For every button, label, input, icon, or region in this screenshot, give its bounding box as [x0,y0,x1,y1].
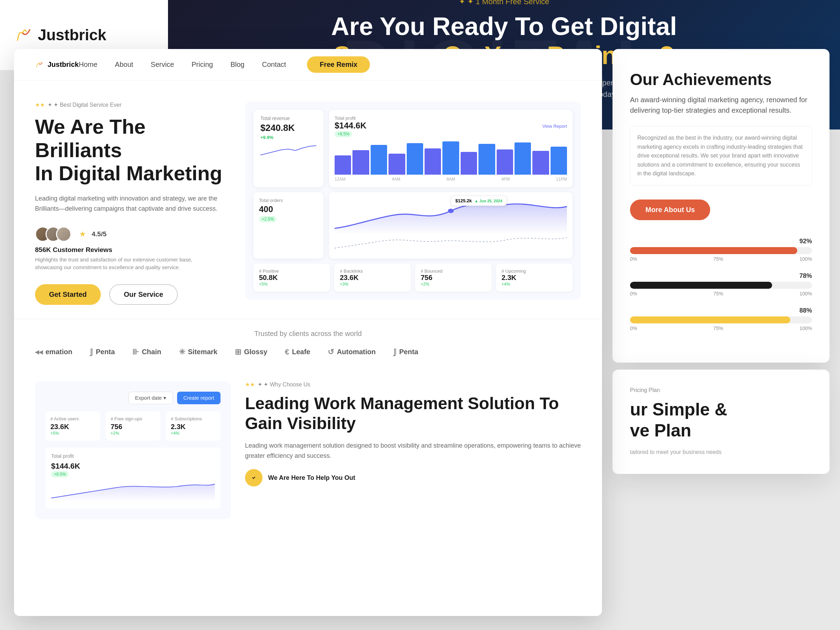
bar-13 [551,147,567,175]
progress-fill-2 [630,316,790,324]
trust-icon-5: € [285,347,289,357]
achievements-description: Recognized as the best in the industry, … [630,126,812,185]
scale-2-max: 100% [799,325,812,331]
hero-buttons: Get Started Our Service [35,284,231,305]
mini-chart-box: Total profit $144.6K +8.5% [46,448,221,508]
scale-1-min: 0% [630,291,637,297]
view-report-link[interactable]: View Report [542,123,567,129]
export-button[interactable]: Export date ▾ [128,392,173,404]
stat-value-2: 756 [421,274,486,282]
hero-service-badge: ✦ ✦ 1 Month Free Service [459,0,549,6]
stat-change-1: +3% [340,282,405,287]
bottom-stat-2: # Subscriptions 2.3K +4% [166,411,221,441]
nav-link-home[interactable]: Home [79,60,97,68]
hero-badge-text: ✦ ✦ Best Digital Service Ever [47,101,122,108]
nav-link-contact[interactable]: Contact [262,60,286,68]
logo-icon [14,26,35,44]
progress-item-0: 92% 0% 75% 100% [630,238,812,262]
bottom-section: Export date ▾ Create report # Active use… [14,367,602,533]
bar-chart-change: +8.5% [335,131,352,137]
tooltip-change: ▲ Jun 25, 2024 [475,199,502,203]
progress-fill-1 [630,282,772,289]
our-service-button[interactable]: Our Service [109,284,178,305]
trust-name-4: Glossy [244,348,267,356]
stat-value-3: 2.3K [502,274,567,282]
bar-chart-label: Total profit $144.6K +8.5% [335,115,366,137]
tooltip-value: $125.2k [455,198,472,203]
trust-icon-2: ⊪ [132,347,139,357]
trust-logo-4: ⊞ Glossy [235,347,267,357]
scale-2-mid: 75% [713,325,723,331]
trust-name-5: Leafe [292,348,310,356]
achievements-title: Our Achievements [630,70,812,89]
stat-label-2: # Bounced [421,268,486,274]
why-choose-section: ★★ ✦ ✦ Why Choose Us Leading Work Manage… [245,381,581,519]
progress-pct-2: 88% [630,307,812,314]
stat-label-3: # Upcoming [502,268,567,274]
bs-change-2: +4% [171,431,216,436]
bar-12 [532,151,549,175]
hero-left: ★★ ✦ ✦ Best Digital Service Ever We Are … [35,101,231,305]
navbar-brand: Justbrick [47,60,79,69]
why-badge-stars: ★★ [245,381,255,388]
bs-label-0: # Active users [51,416,95,422]
trust-title: Trusted by clients across the world [35,330,581,338]
time-label-3: 8AM [447,177,455,182]
nav-link-blog[interactable]: Blog [230,60,244,68]
trust-icon-0: ◂◂ [35,347,43,357]
bs-change-1: +2% [111,431,155,436]
hero-title-l1: We Are The Brilliants [35,115,145,161]
trust-name-1: Penta [96,348,115,356]
top-brand-name: Justbrick [38,26,106,44]
bar-10 [497,150,513,175]
trust-logo-1: 𝕁 Penta [90,347,115,357]
hero-badge: ★★ ✦ ✦ Best Digital Service Ever [35,101,231,108]
help-row: We Are Here To Help You Out [245,469,581,486]
scale-0-max: 100% [799,256,812,262]
area-chart-row: Total orders 400 +2.5% $125.2k ▲ Jun 25,… [253,192,573,259]
trust-name-2: Chain [142,348,161,356]
stat-card-2: # Bounced 756 +2% [415,264,492,292]
navbar-cta-button[interactable]: Free Remix [307,56,370,73]
bar-chart-box: Total profit $144.6K +8.5% View Report [329,110,573,187]
star-rating: ★ [79,230,86,239]
stat-value-1: 23.6K [340,274,405,282]
bar-7 [442,141,459,175]
time-label-4: 4PM [501,177,510,182]
create-report-button[interactable]: Create report [177,392,221,404]
pricing-badge: Pricing Plan [630,387,812,393]
progress-scale-2: 0% 75% 100% [630,325,812,331]
bottom-dashboard: Export date ▾ Create report # Active use… [35,381,231,519]
scale-1-mid: 75% [713,291,723,297]
bar-chart-title: Total profit [335,115,366,121]
scale-0-min: 0% [630,256,637,262]
stat-change-3: +4% [502,282,567,287]
get-started-button[interactable]: Get Started [35,284,101,305]
navbar-logo: Justbrick [35,60,79,69]
nav-link-pricing[interactable]: Pricing [191,60,213,68]
stat-card-3: # Upcoming 2.3K +4% [496,264,573,292]
dashboard-top-row: Total revenue $240.8K +9.9% Total profit… [253,110,573,187]
why-badge-text: ✦ ✦ Why Choose Us [257,381,310,388]
nav-link-about[interactable]: About [115,60,133,68]
trust-logos: ◂◂ emation 𝕁 Penta ⊪ Chain ✳ Sitemark ⊞ … [35,347,581,357]
bar-chart-time-labels: 12AM 4AM 8AM 4PM 11PM [335,177,567,182]
bs-value-0: 23.6K [51,423,95,431]
time-label-5: 11PM [556,177,567,182]
bar-3 [371,145,387,175]
pricing-description: tailored to meet your business needs [630,448,812,456]
trust-logo-2: ⊪ Chain [132,347,161,357]
progress-pct-1: 78% [630,272,812,279]
svg-point-0 [448,208,454,213]
trust-name-3: Sitemark [188,348,218,356]
bar-11 [515,142,531,175]
bs-value-2: 2.3K [171,423,216,431]
stat-value-0: 50.8K [259,274,324,282]
progress-bar-bg-2 [630,316,812,324]
more-about-us-button[interactable]: More About Us [630,199,710,220]
nav-link-service[interactable]: Service [151,60,174,68]
pricing-card: Pricing Plan ur Simple & ve Plan tailore… [613,369,829,474]
revenue-sparkline [261,143,316,157]
scale-1-max: 100% [799,291,812,297]
trust-icon-6: ↺ [328,347,334,357]
